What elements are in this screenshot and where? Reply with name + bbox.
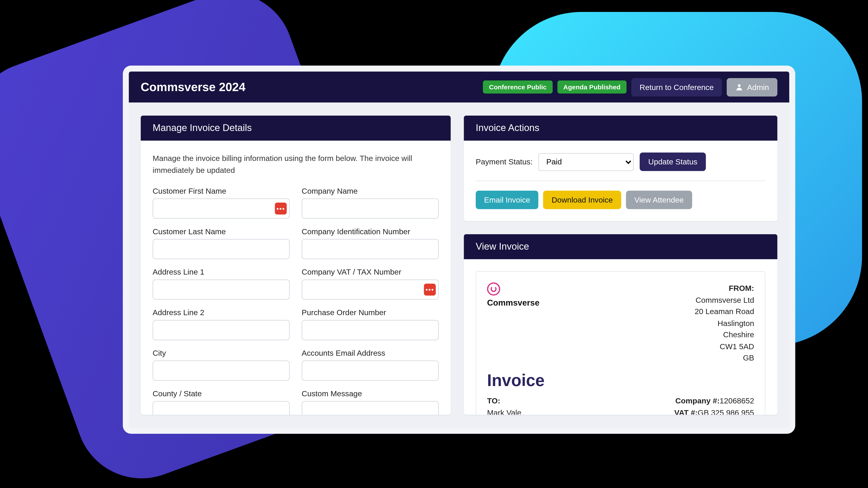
invoice-document: Commsverse FROM: Commsverse Ltd 20 Leama…	[476, 271, 765, 415]
address-1-input[interactable]	[153, 279, 290, 299]
county-input[interactable]	[153, 401, 290, 415]
label-address-1: Address Line 1	[153, 268, 290, 276]
address-2-input[interactable]	[153, 320, 290, 340]
label-address-2: Address Line 2	[153, 308, 290, 317]
label-city: City	[153, 349, 290, 357]
accounts-email-input[interactable]	[302, 360, 439, 381]
po-input[interactable]	[302, 320, 439, 340]
admin-button-label: Admin	[747, 83, 769, 91]
payment-status-label: Payment Status:	[476, 157, 532, 166]
user-icon	[735, 83, 743, 91]
label-company-name: Company Name	[302, 187, 439, 195]
card-title-manage-invoice: Manage Invoice Details	[141, 116, 451, 140]
first-name-input[interactable]	[153, 198, 290, 219]
invoice-to-name: Mark Vale	[487, 407, 615, 415]
manage-hint: Manage the invoice billing information u…	[153, 153, 439, 176]
update-status-button[interactable]: Update Status	[640, 153, 706, 171]
commsverse-logo-icon	[487, 282, 500, 295]
badge-conference-public: Conference Public	[483, 80, 553, 94]
label-vat: Company VAT / TAX Number	[302, 268, 439, 276]
last-name-input[interactable]	[153, 239, 290, 259]
topbar: Commsverse 2024 Conference Public Agenda…	[129, 72, 789, 103]
invoice-to-label: TO:	[487, 396, 500, 405]
payment-status-select[interactable]: Paid	[538, 153, 634, 171]
invoice-heading: Invoice	[487, 371, 754, 390]
company-number: 12068652	[720, 396, 754, 405]
invoice-from-block: FROM: Commsverse Ltd 20 Leaman Road Hasl…	[694, 282, 754, 364]
label-first-name: Customer First Name	[153, 187, 290, 195]
commsverse-logo-text: Commsverse	[487, 298, 540, 307]
autofill-icon[interactable]: •••	[275, 202, 287, 215]
vat-number: GB 325 986 955	[698, 409, 754, 415]
company-name-input[interactable]	[302, 198, 439, 219]
card-title-invoice-actions: Invoice Actions	[464, 116, 777, 140]
city-input[interactable]	[153, 360, 290, 381]
app-window: Commsverse 2024 Conference Public Agenda…	[123, 65, 795, 434]
return-to-conference-button[interactable]: Return to Conference	[631, 78, 722, 96]
label-last-name: Customer Last Name	[153, 227, 290, 236]
email-invoice-button[interactable]: Email Invoice	[476, 191, 538, 209]
page-title: Commsverse 2024	[141, 80, 245, 94]
label-custom-message: Custom Message	[302, 389, 439, 398]
company-id-input[interactable]	[302, 239, 439, 259]
label-county: County / State	[153, 389, 290, 398]
autofill-icon[interactable]: •••	[424, 284, 436, 296]
card-title-view-invoice: View Invoice	[464, 234, 777, 259]
label-email: Accounts Email Address	[302, 349, 439, 357]
label-po: Purchase Order Number	[302, 308, 439, 317]
label-company-id: Company Identification Number	[302, 227, 439, 236]
vat-input[interactable]	[302, 279, 439, 299]
admin-button[interactable]: Admin	[727, 78, 777, 96]
download-invoice-button[interactable]: Download Invoice	[544, 191, 621, 209]
custom-message-input[interactable]	[302, 401, 439, 415]
badge-agenda-published: Agenda Published	[557, 80, 626, 94]
svg-point-0	[738, 84, 741, 87]
view-attendee-button[interactable]: View Attendee	[626, 191, 692, 209]
